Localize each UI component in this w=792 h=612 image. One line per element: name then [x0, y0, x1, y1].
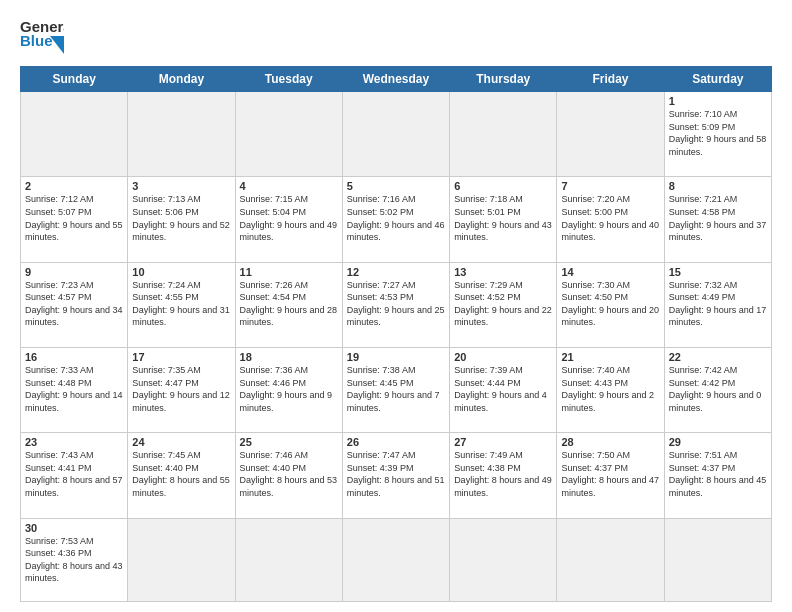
day-info: Sunrise: 7:36 AMSunset: 4:46 PMDaylight:… — [240, 364, 338, 414]
day-info: Sunrise: 7:39 AMSunset: 4:44 PMDaylight:… — [454, 364, 552, 414]
day-of-week-header: Sunday — [21, 67, 128, 92]
day-info: Sunrise: 7:20 AMSunset: 5:00 PMDaylight:… — [561, 193, 659, 243]
calendar-cell — [557, 92, 664, 177]
day-number: 14 — [561, 266, 659, 278]
day-info: Sunrise: 7:49 AMSunset: 4:38 PMDaylight:… — [454, 449, 552, 499]
day-number: 29 — [669, 436, 767, 448]
day-info: Sunrise: 7:15 AMSunset: 5:04 PMDaylight:… — [240, 193, 338, 243]
day-of-week-header: Tuesday — [235, 67, 342, 92]
day-info: Sunrise: 7:50 AMSunset: 4:37 PMDaylight:… — [561, 449, 659, 499]
calendar-cell: 20Sunrise: 7:39 AMSunset: 4:44 PMDayligh… — [450, 347, 557, 432]
calendar-cell: 9Sunrise: 7:23 AMSunset: 4:57 PMDaylight… — [21, 262, 128, 347]
day-number: 1 — [669, 95, 767, 107]
day-number: 30 — [25, 522, 123, 534]
calendar-cell: 2Sunrise: 7:12 AMSunset: 5:07 PMDaylight… — [21, 177, 128, 262]
calendar-cell: 10Sunrise: 7:24 AMSunset: 4:55 PMDayligh… — [128, 262, 235, 347]
day-number: 12 — [347, 266, 445, 278]
day-info: Sunrise: 7:21 AMSunset: 4:58 PMDaylight:… — [669, 193, 767, 243]
day-of-week-header: Saturday — [664, 67, 771, 92]
calendar-cell: 24Sunrise: 7:45 AMSunset: 4:40 PMDayligh… — [128, 433, 235, 518]
day-number: 27 — [454, 436, 552, 448]
calendar-cell — [128, 92, 235, 177]
calendar-cell: 28Sunrise: 7:50 AMSunset: 4:37 PMDayligh… — [557, 433, 664, 518]
calendar-cell — [342, 518, 449, 601]
day-of-week-header: Friday — [557, 67, 664, 92]
day-of-week-header: Thursday — [450, 67, 557, 92]
calendar-cell: 25Sunrise: 7:46 AMSunset: 4:40 PMDayligh… — [235, 433, 342, 518]
logo: General Blue — [20, 16, 64, 58]
day-number: 6 — [454, 180, 552, 192]
calendar-cell: 26Sunrise: 7:47 AMSunset: 4:39 PMDayligh… — [342, 433, 449, 518]
day-info: Sunrise: 7:27 AMSunset: 4:53 PMDaylight:… — [347, 279, 445, 329]
day-number: 2 — [25, 180, 123, 192]
calendar-cell — [557, 518, 664, 601]
day-number: 8 — [669, 180, 767, 192]
day-info: Sunrise: 7:51 AMSunset: 4:37 PMDaylight:… — [669, 449, 767, 499]
day-info: Sunrise: 7:24 AMSunset: 4:55 PMDaylight:… — [132, 279, 230, 329]
day-info: Sunrise: 7:12 AMSunset: 5:07 PMDaylight:… — [25, 193, 123, 243]
calendar-cell — [235, 92, 342, 177]
calendar-cell — [450, 92, 557, 177]
day-number: 17 — [132, 351, 230, 363]
header: General Blue — [20, 16, 772, 58]
day-info: Sunrise: 7:42 AMSunset: 4:42 PMDaylight:… — [669, 364, 767, 414]
day-info: Sunrise: 7:40 AMSunset: 4:43 PMDaylight:… — [561, 364, 659, 414]
day-number: 22 — [669, 351, 767, 363]
calendar-cell: 15Sunrise: 7:32 AMSunset: 4:49 PMDayligh… — [664, 262, 771, 347]
calendar-cell: 5Sunrise: 7:16 AMSunset: 5:02 PMDaylight… — [342, 177, 449, 262]
day-info: Sunrise: 7:26 AMSunset: 4:54 PMDaylight:… — [240, 279, 338, 329]
day-info: Sunrise: 7:43 AMSunset: 4:41 PMDaylight:… — [25, 449, 123, 499]
calendar-cell — [128, 518, 235, 601]
day-number: 10 — [132, 266, 230, 278]
calendar-cell — [342, 92, 449, 177]
day-number: 7 — [561, 180, 659, 192]
day-info: Sunrise: 7:29 AMSunset: 4:52 PMDaylight:… — [454, 279, 552, 329]
day-info: Sunrise: 7:13 AMSunset: 5:06 PMDaylight:… — [132, 193, 230, 243]
day-info: Sunrise: 7:30 AMSunset: 4:50 PMDaylight:… — [561, 279, 659, 329]
day-info: Sunrise: 7:32 AMSunset: 4:49 PMDaylight:… — [669, 279, 767, 329]
calendar-cell: 4Sunrise: 7:15 AMSunset: 5:04 PMDaylight… — [235, 177, 342, 262]
calendar-cell: 6Sunrise: 7:18 AMSunset: 5:01 PMDaylight… — [450, 177, 557, 262]
day-info: Sunrise: 7:38 AMSunset: 4:45 PMDaylight:… — [347, 364, 445, 414]
day-number: 16 — [25, 351, 123, 363]
calendar-cell — [235, 518, 342, 601]
day-number: 24 — [132, 436, 230, 448]
day-number: 15 — [669, 266, 767, 278]
calendar-cell: 29Sunrise: 7:51 AMSunset: 4:37 PMDayligh… — [664, 433, 771, 518]
day-number: 28 — [561, 436, 659, 448]
day-info: Sunrise: 7:53 AMSunset: 4:36 PMDaylight:… — [25, 535, 123, 585]
calendar-cell: 23Sunrise: 7:43 AMSunset: 4:41 PMDayligh… — [21, 433, 128, 518]
day-info: Sunrise: 7:35 AMSunset: 4:47 PMDaylight:… — [132, 364, 230, 414]
day-info: Sunrise: 7:33 AMSunset: 4:48 PMDaylight:… — [25, 364, 123, 414]
svg-text:Blue: Blue — [20, 32, 53, 49]
day-info: Sunrise: 7:46 AMSunset: 4:40 PMDaylight:… — [240, 449, 338, 499]
calendar-cell: 11Sunrise: 7:26 AMSunset: 4:54 PMDayligh… — [235, 262, 342, 347]
calendar-cell — [664, 518, 771, 601]
day-info: Sunrise: 7:23 AMSunset: 4:57 PMDaylight:… — [25, 279, 123, 329]
day-info: Sunrise: 7:18 AMSunset: 5:01 PMDaylight:… — [454, 193, 552, 243]
calendar-cell: 27Sunrise: 7:49 AMSunset: 4:38 PMDayligh… — [450, 433, 557, 518]
calendar-cell: 16Sunrise: 7:33 AMSunset: 4:48 PMDayligh… — [21, 347, 128, 432]
calendar: SundayMondayTuesdayWednesdayThursdayFrid… — [20, 66, 772, 602]
calendar-cell: 21Sunrise: 7:40 AMSunset: 4:43 PMDayligh… — [557, 347, 664, 432]
day-number: 11 — [240, 266, 338, 278]
calendar-cell: 22Sunrise: 7:42 AMSunset: 4:42 PMDayligh… — [664, 347, 771, 432]
calendar-cell: 17Sunrise: 7:35 AMSunset: 4:47 PMDayligh… — [128, 347, 235, 432]
day-number: 20 — [454, 351, 552, 363]
calendar-cell: 30Sunrise: 7:53 AMSunset: 4:36 PMDayligh… — [21, 518, 128, 601]
day-info: Sunrise: 7:16 AMSunset: 5:02 PMDaylight:… — [347, 193, 445, 243]
calendar-cell — [450, 518, 557, 601]
day-of-week-header: Wednesday — [342, 67, 449, 92]
day-of-week-header: Monday — [128, 67, 235, 92]
day-info: Sunrise: 7:10 AMSunset: 5:09 PMDaylight:… — [669, 108, 767, 158]
day-number: 13 — [454, 266, 552, 278]
calendar-cell: 14Sunrise: 7:30 AMSunset: 4:50 PMDayligh… — [557, 262, 664, 347]
calendar-cell: 12Sunrise: 7:27 AMSunset: 4:53 PMDayligh… — [342, 262, 449, 347]
calendar-cell: 18Sunrise: 7:36 AMSunset: 4:46 PMDayligh… — [235, 347, 342, 432]
day-number: 3 — [132, 180, 230, 192]
day-number: 19 — [347, 351, 445, 363]
day-number: 18 — [240, 351, 338, 363]
day-number: 26 — [347, 436, 445, 448]
calendar-cell: 7Sunrise: 7:20 AMSunset: 5:00 PMDaylight… — [557, 177, 664, 262]
day-number: 9 — [25, 266, 123, 278]
